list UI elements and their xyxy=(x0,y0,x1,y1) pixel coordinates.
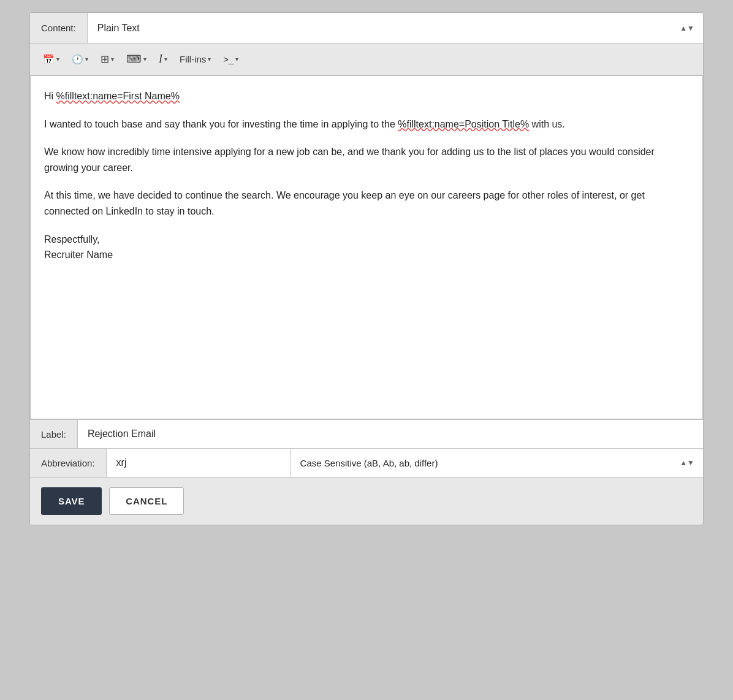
script-dropdown-arrow-icon: ▾ xyxy=(235,56,238,63)
toolbar: 📅 ▾ 🕐 ▾ ⊞ ▾ ⌨ ▾ I ▾ Fill-ins ▾ >_ ▾ xyxy=(30,44,703,75)
fillins-toolbar-btn[interactable]: Fill-ins ▾ xyxy=(175,51,215,67)
main-container: Content: Plain Text Rich Text HTML ▲▼ 📅 … xyxy=(29,12,704,525)
fillins-label: Fill-ins xyxy=(180,54,206,64)
editor-paragraph-4: At this time, we have decided to continu… xyxy=(44,188,689,219)
abbreviation-label: Abbreviation: xyxy=(30,449,107,477)
cursor-toolbar-btn[interactable]: I ▾ xyxy=(154,50,172,69)
label-label: Label: xyxy=(30,420,78,448)
script-toolbar-btn[interactable]: >_ ▾ xyxy=(219,51,243,67)
content-label: Content: xyxy=(30,13,88,43)
case-select[interactable]: Case Sensitive (aB, Ab, ab, differ) Case… xyxy=(291,449,703,477)
fillins-dropdown-arrow-icon: ▾ xyxy=(208,56,211,63)
table-icon: ⊞ xyxy=(101,53,109,66)
script-label: >_ xyxy=(223,54,234,64)
label-input[interactable] xyxy=(78,420,703,448)
abbreviation-input[interactable] xyxy=(107,449,291,477)
keyboard-toolbar-btn[interactable]: ⌨ ▾ xyxy=(122,50,151,69)
editor-paragraph-1: Hi %filltext:name=First Name% xyxy=(44,88,689,104)
calendar-dropdown-arrow-icon: ▾ xyxy=(56,56,59,63)
cancel-button[interactable]: CANCEL xyxy=(109,487,184,515)
cursor-icon: I xyxy=(159,53,162,66)
editor-area[interactable]: Hi %filltext:name=First Name% I wanted t… xyxy=(31,76,702,419)
editor-paragraph-3: We know how incredibly time intensive ap… xyxy=(44,144,689,175)
keyboard-dropdown-arrow-icon: ▾ xyxy=(143,56,146,63)
editor-wrapper: Hi %filltext:name=First Name% I wanted t… xyxy=(30,75,703,420)
content-select-wrapper: Plain Text Rich Text HTML ▲▼ xyxy=(88,13,703,43)
keyboard-icon: ⌨ xyxy=(126,53,142,66)
buttons-row: SAVE CANCEL xyxy=(30,477,703,525)
clock-dropdown-arrow-icon: ▾ xyxy=(85,56,88,63)
calendar-icon: 📅 xyxy=(43,54,55,65)
content-select[interactable]: Plain Text Rich Text HTML xyxy=(88,14,703,42)
editor-paragraph-2: I wanted to touch base and say thank you… xyxy=(44,116,689,132)
label-row: Label: xyxy=(30,420,703,449)
editor-paragraph-5: Respectfully,Recruiter Name xyxy=(44,232,689,263)
calendar-toolbar-btn[interactable]: 📅 ▾ xyxy=(39,51,64,68)
case-select-wrapper: Case Sensitive (aB, Ab, ab, differ) Case… xyxy=(291,449,703,477)
clock-icon: 🕐 xyxy=(72,54,83,65)
filltext-first-name: %filltext:name=First Name% xyxy=(56,91,180,101)
table-toolbar-btn[interactable]: ⊞ ▾ xyxy=(96,50,118,69)
table-dropdown-arrow-icon: ▾ xyxy=(111,56,114,63)
content-row: Content: Plain Text Rich Text HTML ▲▼ xyxy=(30,13,703,44)
save-button[interactable]: SAVE xyxy=(41,487,102,515)
clock-toolbar-btn[interactable]: 🕐 ▾ xyxy=(67,51,93,68)
abbreviation-row: Abbreviation: Case Sensitive (aB, Ab, ab… xyxy=(30,449,703,477)
cursor-dropdown-arrow-icon: ▾ xyxy=(164,56,167,63)
filltext-position-title: %filltext:name=Position Title% xyxy=(398,119,529,129)
